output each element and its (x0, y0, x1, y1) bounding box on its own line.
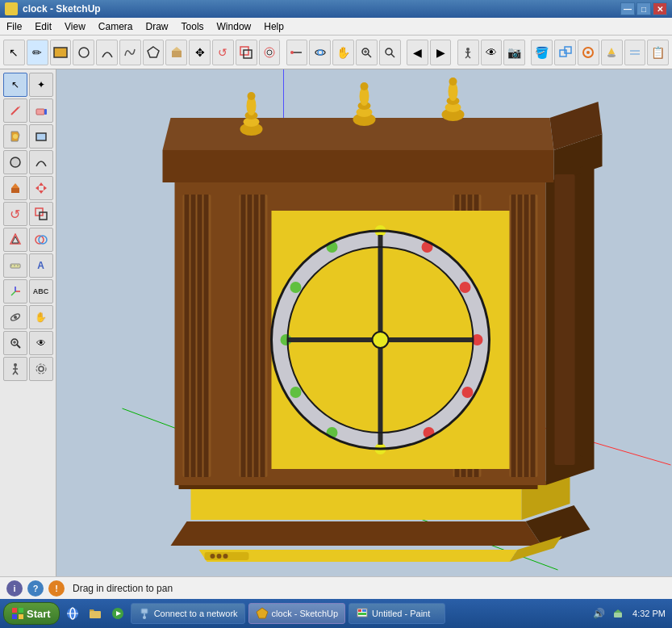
left-rectangle-tool[interactable] (29, 124, 53, 149)
left-orbit-tool[interactable] (3, 305, 27, 329)
paint-icon (356, 607, 369, 620)
tray-volume[interactable]: 🔊 (591, 605, 607, 622)
menu-help[interactable]: Help (257, 19, 290, 34)
taskbar-media-icon[interactable] (110, 605, 126, 622)
close-button[interactable]: ✕ (653, 2, 667, 15)
left-zoom-tool[interactable] (3, 331, 27, 355)
left-navigate-tool[interactable]: ✦ (29, 73, 53, 97)
menu-camera[interactable]: Camera (92, 19, 140, 34)
menu-draw[interactable]: Draw (140, 19, 175, 34)
left-paint-tool[interactable] (3, 124, 27, 149)
svg-rect-83 (141, 609, 148, 613)
left-abc-tool[interactable]: ABC (29, 279, 53, 304)
viewport[interactable] (56, 69, 672, 576)
next-btn[interactable]: ▶ (430, 40, 452, 65)
svg-point-1 (79, 48, 89, 57)
taskbar-item-sketchup[interactable]: clock - SketchUp (248, 603, 346, 624)
window-title: clock - SketchUp (23, 3, 101, 15)
left-walkaround-tool[interactable]: 👁 (29, 331, 53, 355)
taskbar-item-network[interactable]: Connect to a network (131, 603, 245, 624)
taskbar-item-paint[interactable]: Untitled - Paint (349, 603, 445, 624)
rotate-tool-btn[interactable]: ↺ (212, 40, 234, 65)
offset-tool-btn[interactable] (259, 40, 281, 65)
network-icon (138, 607, 151, 620)
left-axes-tool[interactable] (3, 279, 27, 304)
pencil-tool-btn[interactable]: ✏ (27, 40, 48, 65)
svg-marker-29 (608, 48, 615, 54)
start-button[interactable]: Start (3, 602, 60, 625)
position-tool-btn[interactable]: 📷 (503, 40, 525, 65)
clock-scene (56, 69, 672, 576)
orbit-tool-btn[interactable] (309, 40, 331, 65)
left-arc-tool[interactable] (29, 150, 53, 174)
svg-marker-41 (11, 183, 19, 188)
menu-tools[interactable]: Tools (175, 19, 211, 34)
left-rotate-tool[interactable]: ↺ (3, 202, 27, 226)
menu-file[interactable]: File (0, 19, 28, 34)
arc-tool-btn[interactable] (96, 40, 118, 65)
tray-clock[interactable]: 4:32 PM (629, 609, 669, 618)
maximize-button[interactable]: □ (637, 2, 651, 15)
left-scale-tool[interactable] (29, 202, 53, 226)
walk-tool-btn[interactable] (457, 40, 479, 65)
windows-logo-icon (12, 608, 23, 619)
svg-rect-36 (44, 109, 47, 115)
status-icon-1[interactable]: i (6, 580, 23, 597)
scenes-btn[interactable]: 📋 (647, 40, 669, 65)
taskbar-folder-icon[interactable] (87, 605, 103, 622)
tray-network[interactable] (610, 605, 626, 622)
move-tool-btn[interactable]: ✥ (189, 40, 211, 65)
finial-c-tip (449, 77, 457, 86)
scale-tool-btn[interactable] (236, 40, 257, 65)
svg-point-64 (14, 363, 17, 366)
shadow-btn[interactable] (601, 40, 623, 65)
svg-point-7 (265, 48, 274, 57)
pushpull-tool-btn[interactable] (165, 40, 187, 65)
svg-rect-75 (19, 614, 23, 619)
left-walk-tool[interactable] (3, 357, 27, 381)
left-pan-tool[interactable]: ✋ (29, 305, 53, 329)
svg-rect-3 (172, 51, 182, 57)
lookat-tool-btn[interactable]: 👁 (481, 40, 503, 65)
fog-btn[interactable] (624, 40, 646, 65)
components-btn[interactable] (554, 40, 576, 65)
menu-edit[interactable]: Edit (28, 19, 58, 34)
polygon-tool-btn[interactable] (143, 40, 165, 65)
left-settings-tool[interactable] (29, 357, 53, 381)
status-icon-2[interactable]: ? (27, 580, 44, 597)
select-tool-btn[interactable]: ↖ (3, 40, 25, 65)
svg-rect-42 (11, 188, 19, 193)
rectangle-tool-btn[interactable] (50, 40, 72, 65)
prev-btn[interactable]: ◀ (407, 40, 428, 65)
minimize-button[interactable]: — (620, 2, 635, 15)
menu-window[interactable]: Window (211, 19, 258, 34)
menu-view[interactable]: View (58, 19, 92, 34)
paint-tool-btn[interactable]: 🪣 (531, 40, 553, 65)
circle-tool-btn[interactable] (73, 40, 94, 65)
left-intersect-tool[interactable] (29, 228, 53, 252)
left-offset-tool[interactable] (3, 228, 27, 252)
clock-base-strip-front (191, 489, 522, 520)
base-dot3 (223, 554, 228, 559)
pan-tool-btn[interactable]: ✋ (332, 40, 354, 65)
svg-point-19 (466, 48, 470, 51)
left-pencil-tool[interactable] (3, 98, 27, 123)
left-erase-tool[interactable] (29, 98, 53, 123)
col-left-2-groove (241, 195, 246, 477)
taskbar-ie-icon[interactable] (65, 605, 81, 622)
left-tape-tool[interactable] (3, 253, 27, 278)
svg-line-24 (468, 56, 470, 58)
left-text-tool[interactable]: A (29, 253, 53, 278)
status-icon-3[interactable]: ! (48, 580, 65, 597)
freehand-tool-btn[interactable] (119, 40, 141, 65)
main-toolbar: ↖ ✏ ✥ ↺ ✋ ◀ ▶ 👁 📷 🪣 (0, 36, 672, 69)
zoomfit-tool-btn[interactable] (379, 40, 401, 65)
clock-cornice-front (163, 150, 554, 182)
left-move-tool[interactable] (29, 176, 53, 200)
zoom-tool-btn[interactable] (356, 40, 378, 65)
tape-tool-btn[interactable] (286, 40, 308, 65)
left-pushpull-tool[interactable] (3, 176, 27, 200)
style-btn[interactable] (578, 40, 599, 65)
left-circle-tool[interactable] (3, 150, 27, 174)
left-select-tool[interactable]: ↖ (3, 73, 27, 97)
